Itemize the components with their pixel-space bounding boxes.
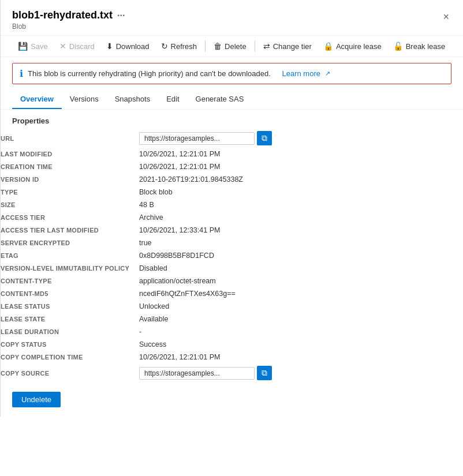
table-row: COPY STATUS Success bbox=[1, 338, 463, 351]
table-row: CONTENT-TYPE application/octet-stream bbox=[1, 275, 463, 287]
prop-key: ACCESS TIER LAST MODIFIED bbox=[1, 224, 139, 237]
save-icon: 💾 bbox=[18, 42, 28, 51]
prop-value: 0x8D998B5BF8D1FCD bbox=[139, 249, 463, 262]
blob-detail-panel: blob1-rehydrated.txt ··· Blob × 💾 Save ✕… bbox=[0, 0, 463, 417]
prop-value: Block blob bbox=[139, 186, 463, 198]
table-row: COPY COMPLETION TIME 10/26/2021, 12:21:0… bbox=[1, 351, 463, 363]
rehydrating-banner: ℹ This blob is currently rehydrating (Hi… bbox=[12, 63, 451, 84]
prop-key: LEASE STATUS bbox=[1, 300, 139, 313]
prop-key: CONTENT-MD5 bbox=[1, 287, 139, 300]
prop-value: Unlocked bbox=[139, 300, 463, 313]
table-row: LEASE STATUS Unlocked bbox=[1, 300, 463, 313]
learn-more-link[interactable]: Learn more bbox=[282, 69, 320, 78]
save-button[interactable]: 💾 Save bbox=[12, 39, 54, 53]
panel-subtitle: Blob bbox=[12, 23, 125, 31]
prop-key: LEASE STATE bbox=[1, 313, 139, 325]
banner-message: This blob is currently rehydrating (High… bbox=[28, 69, 271, 78]
copy-source-field: ⧉ bbox=[139, 366, 463, 380]
table-row: LEASE STATE Available bbox=[1, 313, 463, 325]
tab-versions[interactable]: Versions bbox=[62, 90, 107, 109]
prop-key: TYPE bbox=[1, 186, 139, 198]
url-input[interactable] bbox=[139, 132, 255, 145]
discard-button[interactable]: ✕ Discard bbox=[54, 39, 100, 53]
table-row: CREATION TIME 10/26/2021, 12:21:01 PM bbox=[1, 160, 463, 173]
section-properties-title: Properties bbox=[1, 110, 463, 129]
change-tier-button[interactable]: ⇄ Change tier bbox=[257, 39, 318, 53]
table-row: SIZE 48 B bbox=[1, 198, 463, 211]
break-lease-icon: 🔓 bbox=[393, 42, 403, 51]
prop-key: ACCESS TIER bbox=[1, 211, 139, 224]
tab-generate-sas[interactable]: Generate SAS bbox=[188, 90, 252, 109]
prop-key: VERSION ID bbox=[1, 173, 139, 186]
table-row: ACCESS TIER LAST MODIFIED 10/26/2021, 12… bbox=[1, 224, 463, 237]
table-row: URL ⧉ bbox=[1, 129, 463, 148]
prop-key: LAST MODIFIED bbox=[1, 148, 139, 160]
table-row: LAST MODIFIED 10/26/2021, 12:21:01 PM bbox=[1, 148, 463, 160]
external-link-icon: ↗ bbox=[325, 70, 330, 77]
undelete-button[interactable]: Undelete bbox=[12, 392, 61, 407]
tab-edit[interactable]: Edit bbox=[158, 90, 187, 109]
prop-value: ⧉ bbox=[139, 363, 463, 383]
tab-overview[interactable]: Overview bbox=[12, 90, 62, 109]
prop-value: Archive bbox=[139, 211, 463, 224]
prop-key: CREATION TIME bbox=[1, 160, 139, 173]
refresh-icon: ↻ bbox=[161, 42, 168, 51]
table-row: VERSION ID 2021-10-26T19:21:01.9845338Z bbox=[1, 173, 463, 186]
prop-value: 10/26/2021, 12:33:41 PM bbox=[139, 224, 463, 237]
table-row: VERSION-LEVEL IMMUTABILITY POLICY Disabl… bbox=[1, 262, 463, 275]
change-tier-icon: ⇄ bbox=[263, 42, 270, 51]
prop-value: Disabled bbox=[139, 262, 463, 275]
table-row: TYPE Block blob bbox=[1, 186, 463, 198]
delete-button[interactable]: 🗑 Delete bbox=[208, 39, 252, 53]
prop-value: - bbox=[139, 325, 463, 338]
prop-value: application/octet-stream bbox=[139, 275, 463, 287]
copy-source-input[interactable] bbox=[139, 367, 255, 380]
table-row: ACCESS TIER Archive bbox=[1, 211, 463, 224]
refresh-button[interactable]: ↻ Refresh bbox=[155, 39, 203, 53]
table-row: LEASE DURATION - bbox=[1, 325, 463, 338]
table-row: COPY SOURCE ⧉ bbox=[1, 363, 463, 383]
download-icon: ⬇ bbox=[106, 42, 113, 51]
break-lease-button[interactable]: 🔓 Break lease bbox=[387, 39, 451, 53]
prop-key: COPY STATUS bbox=[1, 338, 139, 351]
prop-value: Available bbox=[139, 313, 463, 325]
prop-value: 10/26/2021, 12:21:01 PM bbox=[139, 160, 463, 173]
properties-table: URL ⧉ LAST MODIFIED 10/26/2021, 12:21:01… bbox=[1, 129, 463, 383]
toolbar: 💾 Save ✕ Discard ⬇ Download ↻ Refresh 🗑 … bbox=[1, 36, 463, 57]
prop-value: 10/26/2021, 12:21:01 PM bbox=[139, 148, 463, 160]
url-field: ⧉ bbox=[139, 131, 463, 145]
download-button[interactable]: ⬇ Download bbox=[100, 39, 155, 53]
prop-value: true bbox=[139, 237, 463, 249]
prop-value: Success bbox=[139, 338, 463, 351]
table-row: CONTENT-MD5 ncediF6hQtZnFTXes4X63g== bbox=[1, 287, 463, 300]
copy-source-button[interactable]: ⧉ bbox=[257, 366, 272, 380]
discard-icon: ✕ bbox=[59, 42, 66, 51]
table-row: SERVER ENCRYPTED true bbox=[1, 237, 463, 249]
prop-key: CONTENT-TYPE bbox=[1, 275, 139, 287]
prop-value: 2021-10-26T19:21:01.9845338Z bbox=[139, 173, 463, 186]
info-icon: ℹ bbox=[20, 68, 23, 79]
prop-key: SERVER ENCRYPTED bbox=[1, 237, 139, 249]
prop-value: ncediF6hQtZnFTXes4X63g== bbox=[139, 287, 463, 300]
table-row: ETAG 0x8D998B5BF8D1FCD bbox=[1, 249, 463, 262]
blob-filename: blob1-rehydrated.txt bbox=[12, 9, 113, 21]
panel-header: blob1-rehydrated.txt ··· Blob × bbox=[1, 0, 463, 36]
toolbar-separator-1 bbox=[205, 40, 206, 52]
acquire-lease-button[interactable]: 🔒 Acquire lease bbox=[318, 39, 387, 53]
title-group: blob1-rehydrated.txt ··· Blob bbox=[12, 9, 125, 31]
panel-title: blob1-rehydrated.txt ··· bbox=[12, 9, 125, 21]
prop-key: ETAG bbox=[1, 249, 139, 262]
delete-icon: 🗑 bbox=[214, 42, 222, 51]
prop-value: ⧉ bbox=[139, 129, 463, 148]
tab-snapshots[interactable]: Snapshots bbox=[107, 90, 158, 109]
toolbar-separator-2 bbox=[255, 40, 255, 52]
more-options-icon[interactable]: ··· bbox=[117, 10, 125, 21]
prop-key: COPY SOURCE bbox=[1, 363, 139, 383]
prop-value: 48 B bbox=[139, 198, 463, 211]
prop-key: SIZE bbox=[1, 198, 139, 211]
acquire-lease-icon: 🔒 bbox=[323, 42, 333, 51]
copy-url-button[interactable]: ⧉ bbox=[257, 131, 272, 145]
tab-bar: Overview Versions Snapshots Edit Generat… bbox=[1, 90, 463, 110]
prop-key: LEASE DURATION bbox=[1, 325, 139, 338]
close-button[interactable]: × bbox=[440, 9, 451, 24]
